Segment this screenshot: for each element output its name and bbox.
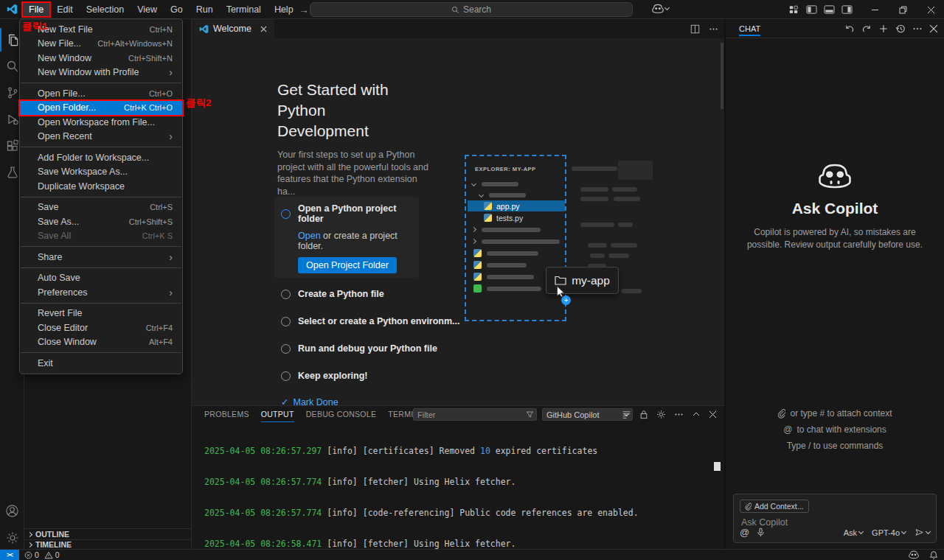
sidebar-section-timeline[interactable]: TIMELINE — [24, 539, 192, 549]
menu-item-close-window[interactable]: Close WindowAlt+F4 — [20, 335, 182, 350]
menu-selection[interactable]: Selection — [80, 3, 130, 16]
menu-item-save[interactable]: SaveCtrl+S — [20, 200, 182, 215]
editor-scrollbar[interactable] — [721, 43, 723, 109]
menu-item-label: Save Workspace As... — [38, 167, 128, 177]
tab-debug-console[interactable]: DEBUG CONSOLE — [306, 406, 377, 422]
menu-run[interactable]: Run — [190, 3, 219, 16]
chevron-down-icon — [858, 528, 864, 533]
step-keep-exploring[interactable]: Keep exploring! — [281, 371, 367, 381]
menu-item-new-file[interactable]: New File...Ctrl+Alt+Windows+N — [20, 37, 182, 52]
add-context-button[interactable]: Add Context... — [740, 500, 809, 513]
chat-history-icon[interactable] — [895, 24, 906, 34]
menu-item-revert-file[interactable]: Revert File — [20, 307, 182, 321]
undo-icon[interactable] — [844, 24, 855, 34]
new-chat-icon[interactable] — [878, 24, 889, 34]
open-link[interactable]: Open — [298, 231, 321, 241]
panel-maximize-icon[interactable] — [692, 410, 701, 419]
lock-scroll-icon[interactable] — [639, 410, 648, 419]
open-project-folder-button[interactable]: Open Project Folder — [298, 257, 397, 273]
split-editor-icon[interactable] — [690, 24, 700, 34]
log-text: [info] [fetcher] Using Helix fetcher. — [327, 539, 516, 549]
menu-edit[interactable]: Edit — [51, 3, 79, 16]
menu-item-duplicate-workspace[interactable]: Duplicate Workspace — [20, 179, 182, 194]
window-close-icon[interactable] — [922, 0, 940, 19]
menu-item-open-workspace-from-file[interactable]: Open Workspace from File... — [20, 115, 182, 130]
chat-mode-select[interactable]: Ask — [844, 528, 863, 537]
menu-item-preferences[interactable]: Preferences› — [20, 285, 182, 300]
toggle-sidebar-right-icon[interactable] — [838, 0, 856, 19]
menu-item-exit[interactable]: Exit — [20, 356, 182, 371]
microphone-icon[interactable] — [757, 528, 765, 537]
titlebar-copilot-button[interactable] — [652, 3, 669, 15]
chat-input-box[interactable]: Add Context... @ Ask GPT-4o — [733, 494, 937, 543]
nav-back-icon[interactable]: ← — [278, 4, 288, 15]
menu-item-label: New Window — [38, 53, 91, 63]
toggle-sidebar-left-icon[interactable] — [802, 0, 820, 19]
account-icon[interactable] — [0, 499, 24, 522]
more-actions-icon[interactable] — [709, 24, 718, 34]
menu-file[interactable]: File — [23, 3, 49, 16]
menu-item-open-file[interactable]: Open File...Ctrl+O — [20, 86, 182, 101]
tab-chat[interactable]: CHAT — [739, 19, 760, 38]
panel-close-icon[interactable] — [709, 410, 717, 419]
remote-indicator[interactable]: >< — [0, 550, 19, 560]
mark-done-link[interactable]: ✓ Mark Done — [281, 396, 339, 405]
nav-forward-icon[interactable]: → — [299, 4, 309, 15]
active-step-card[interactable]: Open a Python project folder Open or cre… — [274, 197, 419, 278]
step-radio[interactable] — [281, 209, 291, 219]
step-run-debug[interactable]: Run and debug your Python file — [281, 343, 437, 354]
warning-count: 0 — [55, 550, 60, 559]
menu-item-new-window[interactable]: New WindowCtrl+Shift+N — [20, 51, 182, 66]
chat-more-actions-icon[interactable] — [912, 24, 923, 34]
drop-target-dashed-box: EXPLORER: MY-APP app.py tests.py — [465, 155, 566, 321]
window-restore-icon[interactable] — [894, 0, 912, 19]
tab-close-icon[interactable] — [260, 26, 267, 32]
tab-problems[interactable]: PROBLEMS — [204, 406, 249, 422]
step-label: Open a Python project folder — [298, 203, 419, 224]
customize-layout-icon[interactable] — [785, 0, 802, 19]
python-file-icon — [484, 214, 492, 222]
menu-item-share[interactable]: Share› — [20, 250, 182, 265]
output-settings-gear-icon[interactable] — [656, 410, 666, 419]
menu-go[interactable]: Go — [164, 3, 189, 16]
redo-icon[interactable] — [861, 24, 872, 34]
menu-view[interactable]: View — [131, 3, 163, 16]
notifications-bell-icon[interactable] — [929, 550, 938, 560]
window-minimize-icon[interactable] — [866, 0, 884, 19]
copilot-status-icon[interactable] — [909, 550, 919, 560]
menu-item-save-workspace-as[interactable]: Save Workspace As... — [20, 165, 182, 180]
panel-more-actions-icon[interactable] — [674, 410, 684, 419]
problems-status[interactable]: 0 0 — [24, 550, 60, 559]
menu-item-save-as[interactable]: Save As...Ctrl+Shift+S — [20, 214, 182, 229]
tab-welcome[interactable]: Welcome — [192, 19, 274, 38]
annotation-click1: 클릭1 — [22, 20, 48, 33]
output-log[interactable]: 2025-04-05 08:26:57.297[info] [certifica… — [204, 425, 639, 560]
output-scrollbar-thumb[interactable] — [714, 462, 721, 471]
settings-gear-icon[interactable] — [0, 526, 24, 550]
filter-input[interactable] — [414, 410, 526, 419]
menu-terminal[interactable]: Terminal — [221, 3, 267, 16]
chat-message-input[interactable] — [741, 517, 889, 528]
output-channel-select[interactable]: GitHub Copilot — [542, 408, 633, 421]
menu-item-shortcut: Ctrl+K Ctrl+O — [124, 103, 173, 112]
menu-item-close-editor[interactable]: Close EditorCtrl+F4 — [20, 321, 182, 335]
menu-item-add-folder-to-workspace[interactable]: Add Folder to Workspace... — [20, 150, 182, 165]
toggle-panel-icon[interactable] — [820, 0, 838, 19]
model-select[interactable]: GPT-4o — [872, 528, 906, 537]
clear-output-icon[interactable] — [622, 410, 631, 419]
sidebar-section-outline[interactable]: OUTLINE — [24, 528, 192, 539]
output-filter-box[interactable] — [413, 408, 537, 421]
command-search-box[interactable]: Search — [310, 2, 633, 17]
menu-item-auto-save[interactable]: Auto Save — [20, 271, 182, 286]
submenu-arrow-icon: › — [169, 133, 173, 140]
step-create-file[interactable]: Create a Python file — [281, 289, 384, 299]
tab-output[interactable]: OUTPUT — [261, 406, 294, 422]
menu-item-open-folder[interactable]: Open Folder...Ctrl+K Ctrl+O — [20, 101, 182, 116]
menu-item-new-window-with-profile[interactable]: New Window with Profile› — [20, 66, 182, 80]
mention-icon[interactable]: @ — [740, 527, 749, 538]
chat-close-icon[interactable] — [929, 24, 938, 33]
step-select-environment[interactable]: Select or create a Python environm... — [281, 316, 460, 326]
menu-item-open-recent[interactable]: Open Recent› — [20, 130, 182, 144]
chevron-down-icon — [664, 5, 670, 10]
send-button[interactable] — [914, 528, 930, 537]
